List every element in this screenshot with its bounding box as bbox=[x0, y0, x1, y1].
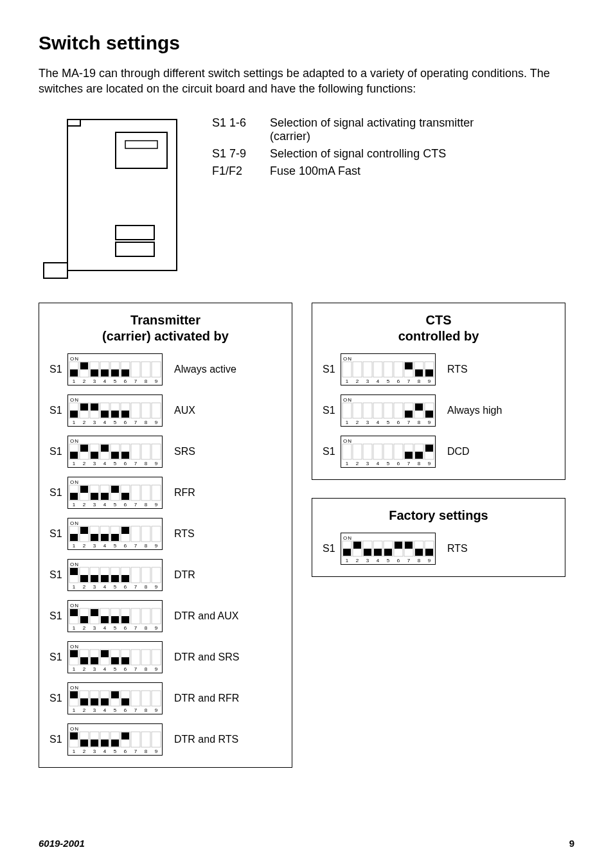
svg-rect-329 bbox=[415, 452, 423, 459]
dip-row: S1ON123456789DTR and SRS bbox=[49, 641, 281, 673]
svg-rect-8 bbox=[70, 369, 78, 376]
svg-text:2: 2 bbox=[83, 625, 86, 631]
svg-rect-115 bbox=[80, 527, 88, 534]
svg-rect-121 bbox=[101, 534, 109, 541]
svg-rect-222 bbox=[91, 698, 98, 705]
svg-text:2: 2 bbox=[83, 502, 86, 508]
svg-text:3: 3 bbox=[93, 378, 96, 384]
dip-switch-diagram: ON123456789 bbox=[67, 682, 163, 714]
svg-text:6: 6 bbox=[124, 543, 127, 549]
svg-text:6: 6 bbox=[124, 378, 127, 384]
svg-text:1: 1 bbox=[73, 748, 76, 754]
svg-text:7: 7 bbox=[134, 707, 138, 713]
svg-rect-63 bbox=[80, 445, 88, 452]
svg-text:8: 8 bbox=[418, 378, 421, 384]
svg-text:7: 7 bbox=[134, 666, 138, 672]
svg-text:9: 9 bbox=[428, 461, 431, 466]
dip-row: S1ON123456789DTR bbox=[49, 559, 281, 591]
svg-rect-219 bbox=[80, 698, 88, 705]
svg-text:4: 4 bbox=[103, 584, 107, 590]
svg-rect-340 bbox=[353, 542, 361, 549]
svg-rect-75 bbox=[121, 452, 129, 459]
dip-row: S1ON123456789DCD bbox=[323, 436, 555, 468]
doc-id: 6019-2001 bbox=[39, 838, 85, 849]
svg-text:3: 3 bbox=[93, 748, 96, 754]
dip-row-label: DTR and AUX bbox=[174, 610, 281, 622]
svg-rect-95 bbox=[101, 493, 109, 500]
svg-text:4: 4 bbox=[377, 378, 380, 384]
switch-id-label: S1 bbox=[49, 569, 67, 581]
svg-text:3: 3 bbox=[93, 502, 96, 508]
svg-text:5: 5 bbox=[114, 666, 117, 672]
svg-text:5: 5 bbox=[114, 748, 117, 754]
svg-text:2: 2 bbox=[83, 543, 86, 549]
svg-rect-112 bbox=[70, 534, 78, 541]
svg-text:1: 1 bbox=[73, 420, 76, 425]
dip-switch-diagram: ON123456789 bbox=[67, 723, 163, 756]
svg-rect-355 bbox=[405, 542, 413, 549]
svg-text:5: 5 bbox=[114, 420, 117, 425]
svg-text:2: 2 bbox=[83, 420, 86, 425]
cts-panel: CTS controlled by S1ON123456789RTSS1ON12… bbox=[312, 303, 565, 480]
svg-rect-92 bbox=[91, 493, 98, 500]
svg-rect-202 bbox=[111, 657, 119, 664]
svg-rect-280 bbox=[405, 362, 413, 369]
dip-row: S1ON123456789DTR and AUX bbox=[49, 600, 281, 632]
svg-rect-138 bbox=[70, 568, 78, 575]
panel-title: Transmitter (carrier) activated by bbox=[49, 312, 281, 344]
page-footer: 6019-2001 9 bbox=[39, 838, 574, 849]
dip-row: S1ON123456789SRS bbox=[49, 436, 281, 468]
svg-text:8: 8 bbox=[145, 748, 148, 754]
svg-rect-164 bbox=[70, 609, 78, 616]
svg-text:5: 5 bbox=[114, 502, 117, 508]
svg-rect-205 bbox=[121, 657, 129, 664]
page-heading: Switch settings bbox=[39, 32, 574, 54]
svg-rect-176 bbox=[111, 616, 119, 623]
svg-rect-228 bbox=[111, 691, 119, 698]
svg-rect-337 bbox=[343, 549, 351, 556]
svg-rect-153 bbox=[121, 575, 129, 582]
svg-text:7: 7 bbox=[134, 625, 138, 631]
svg-rect-193 bbox=[80, 657, 88, 664]
switch-id-label: S1 bbox=[323, 446, 341, 457]
svg-text:ON: ON bbox=[70, 520, 79, 526]
switch-id-label: S1 bbox=[49, 405, 67, 416]
svg-text:6: 6 bbox=[397, 558, 400, 563]
svg-rect-4 bbox=[116, 242, 154, 256]
svg-rect-89 bbox=[80, 486, 88, 493]
svg-text:7: 7 bbox=[407, 420, 411, 425]
dip-row-label: DTR and RTS bbox=[174, 734, 281, 745]
svg-text:ON: ON bbox=[343, 535, 352, 541]
svg-rect-170 bbox=[91, 609, 98, 616]
svg-text:6: 6 bbox=[124, 625, 127, 631]
dip-switch-diagram: ON123456789 bbox=[67, 394, 163, 427]
svg-text:8: 8 bbox=[145, 666, 148, 672]
svg-text:9: 9 bbox=[155, 378, 158, 384]
svg-text:9: 9 bbox=[155, 420, 158, 425]
svg-text:1: 1 bbox=[73, 378, 76, 384]
svg-rect-1 bbox=[116, 132, 167, 168]
svg-text:6: 6 bbox=[124, 502, 127, 508]
svg-text:7: 7 bbox=[134, 378, 138, 384]
svg-text:ON: ON bbox=[70, 685, 79, 691]
switch-id-label: S1 bbox=[323, 364, 341, 375]
svg-text:2: 2 bbox=[83, 584, 86, 590]
svg-text:1: 1 bbox=[73, 707, 76, 713]
svg-text:9: 9 bbox=[155, 461, 158, 466]
dip-row: S1ON123456789AUX bbox=[49, 394, 281, 427]
svg-text:5: 5 bbox=[114, 543, 117, 549]
svg-text:6: 6 bbox=[124, 461, 127, 466]
svg-rect-69 bbox=[101, 445, 109, 452]
svg-text:4: 4 bbox=[103, 378, 107, 384]
svg-rect-303 bbox=[405, 411, 413, 418]
svg-rect-43 bbox=[101, 411, 109, 418]
svg-text:6: 6 bbox=[124, 707, 127, 713]
svg-text:8: 8 bbox=[145, 707, 148, 713]
svg-text:7: 7 bbox=[134, 502, 138, 508]
svg-rect-144 bbox=[91, 575, 98, 582]
svg-rect-11 bbox=[80, 362, 88, 369]
svg-text:4: 4 bbox=[103, 748, 107, 754]
dip-row-label: SRS bbox=[174, 446, 281, 457]
svg-text:1: 1 bbox=[346, 558, 349, 563]
svg-text:4: 4 bbox=[377, 461, 380, 466]
